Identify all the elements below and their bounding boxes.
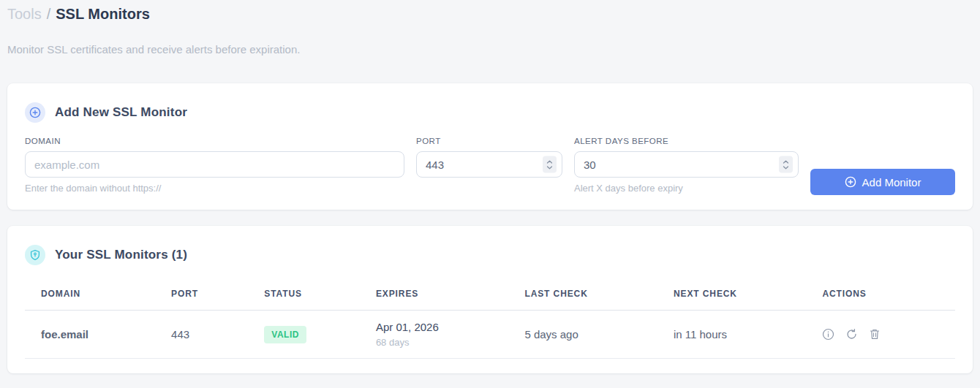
- domain-label: DOMAIN: [25, 137, 404, 145]
- refresh-icon: [845, 328, 858, 341]
- info-button[interactable]: [822, 328, 834, 341]
- col-header-port: PORT: [155, 281, 248, 311]
- page-subtitle: Monitor SSL certificates and receive ale…: [7, 43, 973, 56]
- page-title: SSL Monitors: [56, 6, 150, 22]
- alert-days-stepper[interactable]: [779, 156, 793, 173]
- add-monitor-button-label: Add Monitor: [862, 176, 921, 189]
- monitor-actions-cell: [806, 311, 955, 359]
- col-header-next-check: NEXT CHECK: [657, 281, 807, 311]
- col-header-last-check: LAST CHECK: [508, 281, 657, 311]
- add-monitor-form: DOMAIN Enter the domain without https://…: [25, 137, 955, 194]
- monitors-list-title: Your SSL Monitors (1): [55, 248, 187, 262]
- expires-date: Apr 01, 2026: [376, 321, 509, 333]
- col-header-expires: EXPIRES: [360, 281, 509, 311]
- breadcrumb: Tools/SSL Monitors: [7, 4, 973, 23]
- port-field-group: PORT: [416, 137, 562, 178]
- add-monitor-button[interactable]: Add Monitor: [810, 169, 955, 195]
- breadcrumb-separator: /: [47, 6, 51, 22]
- add-monitor-title: Add New SSL Monitor: [55, 105, 187, 120]
- ssl-monitors-page: Tools/SSL Monitors Monitor SSL certifica…: [0, 0, 980, 373]
- domain-input-wrap: [25, 151, 404, 178]
- alert-days-input-wrap: [574, 151, 799, 178]
- domain-hint: Enter the domain without https://: [25, 183, 404, 194]
- table-header-row: DOMAIN PORT STATUS EXPIRES LAST CHECK NE…: [25, 281, 955, 311]
- monitor-last-check: 5 days ago: [508, 311, 657, 359]
- monitors-list-header: Your SSL Monitors (1): [25, 245, 955, 265]
- alert-days-input[interactable]: [575, 152, 798, 177]
- monitor-port: 443: [155, 311, 248, 359]
- col-header-actions: ACTIONS: [806, 281, 955, 311]
- alert-days-label: ALERT DAYS BEFORE: [574, 137, 799, 145]
- table-row: foe.email 443 VALID Apr 01, 2026 68 days…: [25, 311, 955, 359]
- port-stepper[interactable]: [543, 156, 557, 173]
- monitor-domain: foe.email: [25, 311, 155, 359]
- monitors-list-card: Your SSL Monitors (1) DOMAIN PORT STATUS…: [7, 226, 973, 373]
- alert-days-field-group: ALERT DAYS BEFORE Alert X days before ex…: [574, 137, 799, 194]
- alert-days-hint: Alert X days before expiry: [574, 183, 799, 194]
- add-monitor-card: Add New SSL Monitor DOMAIN Enter the dom…: [7, 83, 973, 210]
- monitors-table: DOMAIN PORT STATUS EXPIRES LAST CHECK NE…: [25, 281, 955, 359]
- monitor-next-check[interactable]: in 11 hours: [657, 311, 807, 359]
- trash-icon: [869, 328, 881, 341]
- refresh-button[interactable]: [845, 328, 858, 341]
- domain-input[interactable]: [26, 152, 404, 177]
- domain-field-group: DOMAIN Enter the domain without https://: [25, 137, 404, 194]
- col-header-status: STATUS: [248, 281, 360, 311]
- monitor-expires-cell: Apr 01, 2026 68 days: [360, 311, 509, 359]
- plus-circle-icon: [845, 176, 856, 188]
- info-icon: [822, 328, 834, 341]
- port-input-wrap: [416, 151, 562, 178]
- monitor-status-cell: VALID: [248, 311, 360, 359]
- col-header-domain: DOMAIN: [25, 281, 155, 311]
- add-monitor-card-header: Add New SSL Monitor: [25, 102, 955, 123]
- shield-icon: [25, 245, 45, 265]
- expires-days-remaining: 68 days: [376, 337, 509, 348]
- breadcrumb-tools[interactable]: Tools: [7, 6, 42, 22]
- port-input[interactable]: [417, 152, 562, 177]
- plus-circle-icon: [25, 102, 45, 123]
- delete-button[interactable]: [869, 328, 881, 341]
- port-label: PORT: [416, 137, 562, 145]
- status-badge: VALID: [264, 326, 306, 343]
